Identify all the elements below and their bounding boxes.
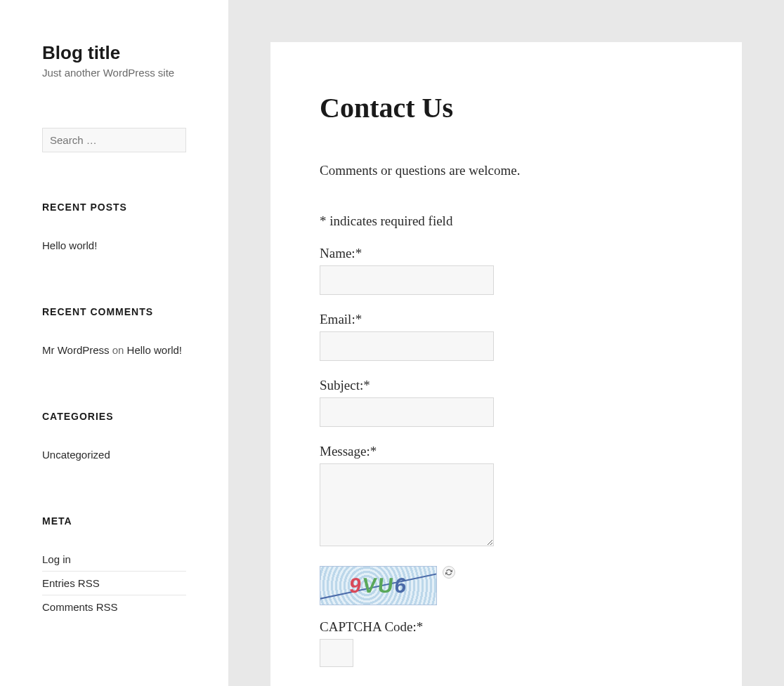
- captcha-field-wrapper: CAPTCHA Code:*: [320, 619, 693, 667]
- recent-comments-widget: RECENT COMMENTS Mr WordPress on Hello wo…: [42, 306, 186, 362]
- recent-posts-heading: RECENT POSTS: [42, 202, 186, 213]
- name-input[interactable]: [320, 265, 494, 295]
- comment-connector: on: [110, 344, 127, 356]
- list-item: Entries RSS: [42, 572, 186, 595]
- sidebar: Blog title Just another WordPress site R…: [0, 0, 228, 686]
- recent-posts-widget: RECENT POSTS Hello world!: [42, 202, 186, 257]
- list-item: Comments RSS: [42, 595, 186, 619]
- login-link[interactable]: Log in: [42, 553, 71, 565]
- message-textarea[interactable]: [320, 463, 494, 546]
- captcha-refresh-icon[interactable]: [443, 566, 455, 579]
- categories-widget: CATEGORIES Uncategorized: [42, 411, 186, 466]
- required-note: * indicates required field: [320, 213, 693, 229]
- comment-author-link[interactable]: Mr WordPress: [42, 344, 110, 356]
- comment-post-link[interactable]: Hello world!: [127, 344, 182, 356]
- list-item: Uncategorized: [42, 443, 186, 466]
- email-label: Email:*: [320, 312, 693, 327]
- meta-widget: META Log in Entries RSS Comments RSS: [42, 515, 186, 619]
- intro-text: Comments or questions are welcome.: [320, 163, 693, 178]
- captcha-input[interactable]: [320, 639, 353, 667]
- subject-input[interactable]: [320, 397, 494, 427]
- list-item: Log in: [42, 548, 186, 572]
- message-label: Message:*: [320, 444, 693, 459]
- email-input[interactable]: [320, 331, 494, 361]
- entries-rss-link[interactable]: Entries RSS: [42, 577, 100, 589]
- categories-heading: CATEGORIES: [42, 411, 186, 422]
- subject-field-wrapper: Subject:*: [320, 378, 693, 427]
- subject-label: Subject:*: [320, 378, 693, 393]
- comments-rss-link[interactable]: Comments RSS: [42, 601, 118, 613]
- list-item: Mr WordPress on Hello world!: [42, 338, 186, 362]
- name-field-wrapper: Name:*: [320, 246, 693, 295]
- message-field-wrapper: Message:*: [320, 444, 693, 549]
- page-title: Contact Us: [320, 91, 693, 124]
- meta-heading: META: [42, 515, 186, 527]
- email-field-wrapper: Email:*: [320, 312, 693, 361]
- recent-post-link[interactable]: Hello world!: [42, 239, 97, 251]
- content-card: Contact Us Comments or questions are wel…: [270, 42, 742, 686]
- site-title[interactable]: Blog title: [42, 42, 186, 64]
- category-link[interactable]: Uncategorized: [42, 449, 110, 461]
- list-item: Hello world!: [42, 234, 186, 257]
- main-content: Contact Us Comments or questions are wel…: [228, 0, 784, 686]
- name-label: Name:*: [320, 246, 693, 261]
- captcha-text: 9VU6: [348, 574, 409, 598]
- site-tagline: Just another WordPress site: [42, 67, 186, 79]
- recent-comments-heading: RECENT COMMENTS: [42, 306, 186, 317]
- captcha-label: CAPTCHA Code:*: [320, 619, 693, 635]
- captcha-row: 9VU6: [320, 566, 693, 605]
- captcha-image: 9VU6: [320, 566, 437, 605]
- search-input[interactable]: [42, 128, 186, 152]
